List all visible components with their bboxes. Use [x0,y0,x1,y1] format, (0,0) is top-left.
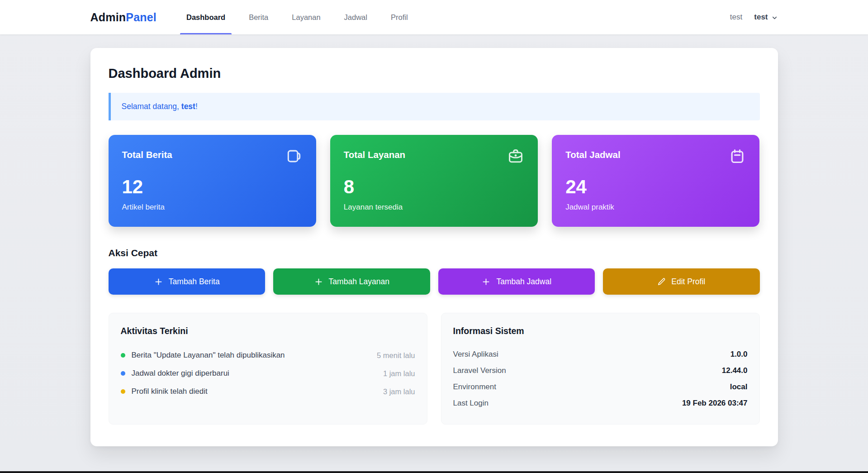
status-dot [121,371,125,376]
pencil-icon [657,277,666,286]
main-nav: Dashboard Berita Layanan Jadwal Profil [175,0,420,34]
info-label: Versi Aplikasi [453,350,498,359]
stat-value: 24 [565,177,746,196]
stat-value: 12 [122,177,303,196]
info-value: 12.44.0 [722,366,748,375]
stat-card-jadwal: Total Jadwal 24 Jadwal praktik [552,135,759,227]
plus-icon [154,277,163,287]
dashboard-card: Dashboard Admin Selamat datang, test! To… [90,48,778,446]
plus-icon [481,277,491,287]
welcome-username: test [181,102,195,111]
brand-accent: Panel [126,11,157,24]
activity-item: Berita "Update Layanan" telah dipublikas… [121,346,415,364]
calendar-icon [729,148,746,167]
info-label: Laravel Version [453,366,506,375]
activity-item: Profil klinik telah diedit 3 jam lalu [121,382,415,401]
activity-heading: Aktivitas Terkini [121,326,415,336]
stat-value: 8 [344,177,524,196]
nav-item-layanan[interactable]: Layanan [280,0,332,34]
info-row: Last Login 19 Feb 2026 03:47 [453,395,748,411]
stat-card-berita: Total Berita 12 Artikel berita [109,135,316,227]
activity-text: Profil klinik telah diedit [132,387,377,396]
add-jadwal-button[interactable]: Tambah Jadwal [438,268,595,295]
quick-actions-row: Tambah Berita Tambah Layanan Tambah Jadw… [109,268,760,295]
bottom-strip [0,471,868,473]
stat-title: Total Jadwal [565,148,621,160]
brand-primary: Admin [90,11,126,24]
status-dot [121,353,125,358]
info-value: 19 Feb 2026 03:47 [682,399,748,408]
briefcase-icon [507,148,524,167]
nav-item-profil[interactable]: Profil [379,0,420,34]
welcome-suffix: ! [195,102,198,111]
edit-profil-button[interactable]: Edit Profil [603,268,760,295]
activity-item: Jadwal dokter gigi diperbarui 1 jam lalu [121,364,415,382]
add-berita-button[interactable]: Tambah Berita [109,268,266,295]
chevron-down-icon [771,14,778,21]
nav-item-berita[interactable]: Berita [237,0,280,34]
page-title: Dashboard Admin [109,66,760,81]
stat-title: Total Layanan [344,148,405,160]
stat-subtitle: Layanan tersedia [344,203,524,212]
quick-actions-heading: Aksi Cepat [109,248,760,258]
info-value: local [730,382,748,392]
stats-row: Total Berita 12 Artikel berita Total Lay… [109,135,760,227]
info-row: Environment local [453,379,748,395]
user-menu-button[interactable]: test [754,13,778,22]
nav-item-jadwal[interactable]: Jadwal [332,0,379,34]
activity-text: Berita "Update Layanan" telah dipublikas… [132,351,371,360]
info-value: 1.0.0 [730,350,748,359]
welcome-alert: Selamat datang, test! [109,93,760,120]
system-info-panel: Informasi Sistem Versi Aplikasi 1.0.0 La… [441,313,760,425]
activity-time: 1 jam lalu [383,369,415,378]
user-greeting: test [730,13,742,22]
info-row: Versi Aplikasi 1.0.0 [453,346,748,363]
status-dot [121,389,125,394]
stat-title: Total Berita [122,148,172,160]
activity-time: 5 menit lalu [377,351,415,360]
top-navbar: AdminPanel Dashboard Berita Layanan Jadw… [0,0,868,34]
info-label: Last Login [453,399,489,408]
user-menu-label: test [754,13,768,22]
recent-activity-panel: Aktivitas Terkini Berita "Update Layanan… [109,313,427,425]
info-row: Laravel Version 12.44.0 [453,363,748,379]
activity-text: Jadwal dokter gigi diperbarui [132,369,377,378]
add-layanan-button[interactable]: Tambah Layanan [273,268,430,295]
info-label: Environment [453,382,496,392]
nav-item-dashboard[interactable]: Dashboard [175,0,237,34]
stat-subtitle: Artikel berita [122,203,303,212]
news-icon [285,148,303,167]
activity-time: 3 jam lalu [383,387,415,396]
stat-subtitle: Jadwal praktik [565,203,746,212]
app-logo[interactable]: AdminPanel [90,11,157,24]
stat-card-layanan: Total Layanan 8 Layanan tersedia [330,135,538,227]
welcome-prefix: Selamat datang, [122,102,181,111]
plus-icon [314,277,323,287]
system-info-heading: Informasi Sistem [453,326,748,336]
